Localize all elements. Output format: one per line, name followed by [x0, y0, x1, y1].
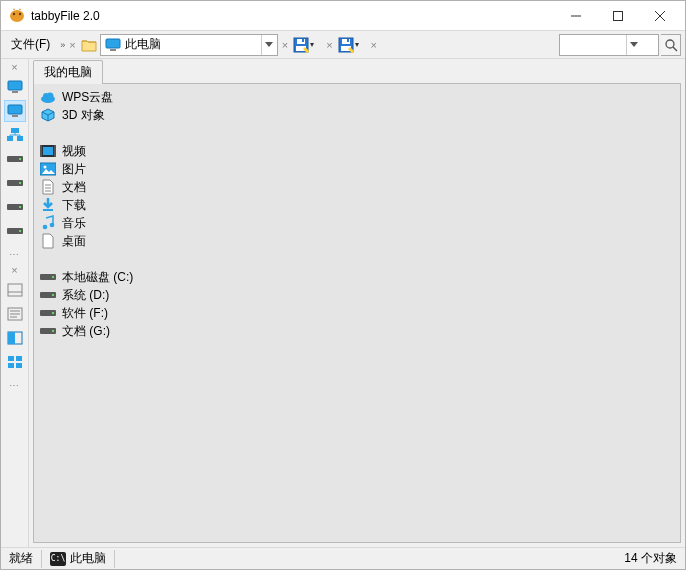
toolbar-close-1[interactable]: × [67, 39, 77, 51]
tabbar: 我的电脑 [29, 59, 685, 83]
svg-rect-7 [106, 39, 120, 48]
svg-point-50 [47, 93, 54, 100]
svg-point-0 [10, 10, 24, 22]
toolbar-close-3[interactable]: × [324, 39, 334, 51]
picture-icon [40, 161, 56, 177]
svg-rect-53 [54, 145, 56, 157]
status-ready: 就绪 [9, 550, 33, 567]
sidebar-close[interactable]: × [11, 61, 17, 75]
svg-point-61 [43, 225, 48, 230]
desktop-icon [40, 233, 56, 249]
video-icon [40, 143, 56, 159]
toolbar-close-4[interactable]: × [369, 39, 379, 51]
status-location-chip[interactable]: C:\ 此电脑 [50, 550, 106, 567]
sidebar-item-monitor-1[interactable] [4, 76, 26, 98]
svg-point-33 [19, 206, 21, 208]
svg-point-2 [19, 12, 21, 14]
drive-icon [40, 305, 56, 321]
app-icon [9, 8, 25, 24]
maximize-button[interactable] [597, 2, 639, 30]
download-icon [40, 197, 56, 213]
svg-point-31 [19, 182, 21, 184]
save-1-dropdown[interactable]: ▾ [310, 40, 322, 49]
svg-rect-36 [8, 284, 22, 296]
status-count: 14 个对象 [624, 550, 677, 567]
file-item[interactable]: 图片 [38, 160, 676, 178]
sidebar-item-text[interactable] [4, 303, 26, 325]
window-title: tabbyFile 2.0 [31, 9, 555, 23]
titlebar: tabbyFile 2.0 [1, 1, 685, 31]
svg-rect-17 [347, 39, 349, 42]
svg-rect-44 [8, 356, 14, 361]
file-item[interactable]: 视频 [38, 142, 676, 160]
toolbar-close-2[interactable]: × [280, 39, 290, 51]
sidebar-close-2[interactable]: × [11, 264, 17, 276]
minimize-button[interactable] [555, 2, 597, 30]
file-item[interactable]: 音乐 [38, 214, 676, 232]
file-item[interactable]: 本地磁盘 (C:) [38, 268, 676, 286]
cloud-icon [40, 89, 56, 105]
file-item[interactable]: 3D 对象 [38, 106, 676, 124]
file-item[interactable]: 系统 (D:) [38, 286, 676, 304]
search-button[interactable] [661, 34, 681, 56]
sidebar-item-network[interactable] [4, 124, 26, 146]
drive-icon [40, 269, 56, 285]
save-icon-2[interactable] [337, 36, 355, 54]
svg-point-1 [13, 12, 15, 14]
svg-rect-45 [16, 356, 22, 361]
file-item[interactable]: WPS云盘 [38, 88, 676, 106]
file-item-label: 视频 [62, 143, 86, 160]
svg-rect-60 [43, 209, 53, 211]
search-dropdown-icon[interactable] [626, 35, 640, 55]
file-item[interactable]: 软件 (F:) [38, 304, 676, 322]
menu-expand-icon[interactable]: » [58, 40, 65, 50]
svg-rect-52 [40, 145, 42, 157]
svg-rect-47 [16, 363, 22, 368]
sidebar-item-grid[interactable] [4, 351, 26, 373]
save-2-dropdown[interactable]: ▾ [355, 40, 367, 49]
tab-my-computer[interactable]: 我的电脑 [33, 60, 103, 84]
cmd-icon: C:\ [50, 552, 66, 566]
folder-icon[interactable] [80, 36, 98, 54]
file-item-label: 图片 [62, 161, 86, 178]
search-box[interactable] [559, 34, 659, 56]
svg-rect-25 [11, 128, 19, 133]
file-list[interactable]: WPS云盘3D 对象视频图片文档下载音乐桌面本地磁盘 (C:)系统 (D:)软件… [33, 83, 681, 543]
menu-file[interactable]: 文件(F) [5, 34, 56, 55]
sidebar: × ⋯ × [1, 59, 29, 547]
file-item-label: 桌面 [62, 233, 86, 250]
statusbar: 就绪 C:\ 此电脑 14 个对象 [1, 547, 685, 569]
cube-icon [40, 107, 56, 123]
path-combobox[interactable]: 此电脑 [100, 34, 278, 56]
path-dropdown-icon[interactable] [261, 35, 277, 55]
sidebar-item-drive-4[interactable] [4, 220, 26, 242]
sidebar-item-drive-2[interactable] [4, 172, 26, 194]
sidebar-sep-2: ⋯ [9, 380, 20, 391]
file-item-label: 文档 (G:) [62, 323, 110, 340]
sidebar-item-monitor-active[interactable] [4, 100, 26, 122]
file-item[interactable]: 下载 [38, 196, 676, 214]
save-icon-1[interactable] [292, 36, 310, 54]
computer-icon [105, 38, 121, 52]
search-input[interactable] [560, 38, 626, 52]
tab-label: 我的电脑 [44, 65, 92, 79]
file-item[interactable]: 文档 (G:) [38, 322, 676, 340]
file-item[interactable]: 桌面 [38, 232, 676, 250]
sidebar-item-drive-3[interactable] [4, 196, 26, 218]
sidebar-item-panel[interactable] [4, 279, 26, 301]
drive-icon [40, 287, 56, 303]
svg-rect-46 [8, 363, 14, 368]
sidebar-item-dualpanel[interactable] [4, 327, 26, 349]
close-button[interactable] [639, 2, 681, 30]
svg-rect-24 [12, 115, 18, 117]
svg-point-35 [19, 230, 21, 232]
sidebar-sep-1: ⋯ [9, 249, 20, 260]
svg-point-62 [50, 223, 55, 228]
file-item[interactable]: 文档 [38, 178, 676, 196]
file-item-label: 文档 [62, 179, 86, 196]
sidebar-item-drive-1[interactable] [4, 148, 26, 170]
svg-rect-43 [8, 332, 15, 344]
svg-point-68 [52, 312, 54, 314]
svg-rect-22 [12, 91, 18, 93]
file-item-label: 下载 [62, 197, 86, 214]
